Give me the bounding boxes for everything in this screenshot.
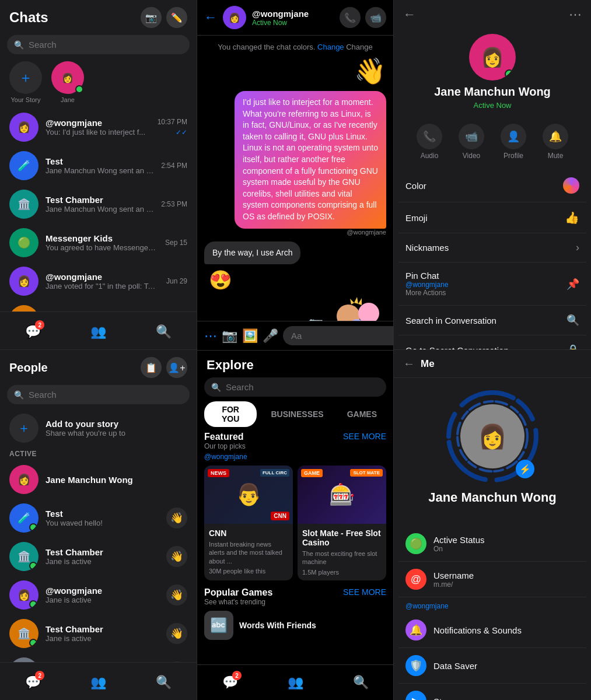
people-item[interactable]: 👩 Jane Manchun Wong <box>0 460 197 499</box>
nicknames-menu-item[interactable]: Nicknames › <box>398 233 586 262</box>
compose-button[interactable]: ✏️ <box>166 7 187 28</box>
username-setting[interactable]: @ Username m.me/ <box>398 562 586 597</box>
audio-call-action[interactable]: 📞 Audio <box>417 124 442 160</box>
explore-search-bar[interactable]: 🔍 <box>204 377 386 397</box>
jane-story-item[interactable]: 👩 Jane <box>51 61 84 103</box>
chat-info: Messenger Kids You agreed to have Messen… <box>46 233 158 252</box>
video-call-action[interactable]: 📹 Video <box>459 124 484 160</box>
chat-item[interactable]: 🧪 Test Jane Manchun Wong sent an actio..… <box>0 146 197 185</box>
mute-action[interactable]: 🔔 Mute <box>543 124 568 160</box>
explore-header: Explore <box>197 351 393 377</box>
chat-meta: 10:37 PM ✓✓ <box>158 118 187 136</box>
people-search-bar[interactable]: 🔍 <box>7 385 190 404</box>
slot-card[interactable]: GAME 🎰 SLOT MATE Slot Mate - Free Slot C… <box>298 466 386 580</box>
active-status-setting[interactable]: 🟢 Active Status On <box>398 526 586 562</box>
color-menu-item[interactable]: Color <box>398 169 586 202</box>
people-nav-button-2[interactable]: 👥 <box>85 670 111 695</box>
explore-search-input[interactable] <box>226 382 379 392</box>
slot-title-badge: SLOT MATE <box>350 469 383 477</box>
message-input[interactable] <box>283 326 394 345</box>
games-see-more[interactable]: SEE MORE <box>343 587 386 597</box>
tab-businesses[interactable]: BUSINESSES <box>261 401 333 427</box>
add-story-row[interactable]: ＋ Add to your story Share what you're up… <box>0 409 197 447</box>
camera-input-icon[interactable]: 📷 <box>222 328 237 344</box>
slot-card-image: GAME 🎰 SLOT MATE <box>298 466 386 524</box>
people-item[interactable]: 🧪 Test You waved hello! 👋 <box>0 499 197 537</box>
slot-icon: 🎰 <box>329 482 355 507</box>
me-back-button[interactable]: ← <box>403 357 415 370</box>
people-item[interactable]: 👩 @wongmjane Jane is active 👋 <box>0 576 197 614</box>
people-name: Test <box>46 509 159 519</box>
story-setting[interactable]: ▶ Story <box>398 684 586 700</box>
back-button[interactable]: ← <box>204 10 217 25</box>
chat-name: @wongmjane <box>46 272 159 282</box>
emoji-menu-item[interactable]: Emoji 👍 <box>398 202 586 233</box>
people-name: @wongmjane <box>46 586 159 596</box>
people-section: People 📋 👤+ 🔍 ＋ Add to your story Share … <box>0 350 197 700</box>
search-conversation-item[interactable]: Search in Conversation 🔍 <box>398 306 586 335</box>
discover-nav-button-2[interactable]: 🔍 <box>151 670 177 695</box>
your-story-item[interactable]: ＋ Your Story <box>9 61 42 103</box>
cnn-card-body: CNN Instant breaking news alerts and the… <box>204 524 293 579</box>
tab-games[interactable]: GAMES <box>338 401 386 427</box>
add-contact-button[interactable]: 👤+ <box>166 357 187 378</box>
chats-nav-button[interactable]: 💬 2 <box>20 319 46 345</box>
contact-back-button[interactable]: ← <box>403 7 416 22</box>
me-profile-card: 👩 ⚡ Jane Manchun Wong <box>394 378 591 526</box>
people-avatar-jane: 👩 <box>9 465 39 494</box>
add-story-button[interactable]: ＋ <box>9 61 42 94</box>
wave-button[interactable]: 👋 <box>166 584 187 606</box>
wave-button[interactable]: 👋 <box>166 623 187 644</box>
tab-for-you[interactable]: FOR YOU <box>204 401 257 427</box>
profile-action[interactable]: 👤 Profile <box>501 124 526 160</box>
pin-chat-left: Pin Chat @wongmjane More Actions <box>405 271 449 297</box>
mic-icon[interactable]: 🎤 <box>263 328 278 344</box>
discover-nav-button[interactable]: 🔍 <box>151 319 177 345</box>
camera-button[interactable]: 📷 <box>141 7 162 28</box>
secret-conversation-item[interactable]: Go to Secret Conversation 🔒 <box>398 335 586 350</box>
cnn-card[interactable]: NEWS 👨 CNN FULL CIRC CNN Instant breakin… <box>204 466 293 580</box>
discover-nav-explore[interactable]: 🔍 <box>348 670 373 695</box>
chats-search-input[interactable] <box>29 40 183 50</box>
contact-more-button[interactable]: ⋯ <box>569 7 582 22</box>
people-nav-button[interactable]: 👥 <box>85 319 111 345</box>
camera-icon[interactable]: 📷 <box>309 316 323 321</box>
change-link[interactable]: Change <box>317 43 344 51</box>
contacts-button[interactable]: 📋 <box>141 357 162 378</box>
apps-icon[interactable]: ⋯ <box>204 328 217 344</box>
chat-item[interactable]: 🟢 Messenger Kids You agreed to have Mess… <box>0 223 197 262</box>
search-icon: 🔍 <box>14 40 24 50</box>
chat-item[interactable]: 🏛️ Test Chamber Jane: 😄 May 20 <box>0 300 197 312</box>
featured-see-more[interactable]: SEE MORE <box>343 432 386 441</box>
people-search-input[interactable] <box>29 390 183 400</box>
chat-name: Messenger Kids <box>46 233 158 243</box>
notifications-setting[interactable]: 🔔 Notifications & Sounds <box>398 612 586 648</box>
me-section: ← Me 👩 ⚡ Jane Manchun Wong 🟢 <box>394 350 591 700</box>
me-avatar: 👩 <box>460 404 524 468</box>
wave-button[interactable]: 👋 <box>166 508 187 528</box>
secret-conversation-label: Go to Secret Conversation <box>405 345 509 351</box>
call-button[interactable]: 📞 <box>340 7 361 28</box>
people-item[interactable]: 🏛️ Test Chamber Jane is active 👋 <box>0 537 197 576</box>
chats-nav-button-2[interactable]: 💬 2 <box>20 670 46 695</box>
photo-icon[interactable]: 🖼️ <box>242 328 258 344</box>
chat-item[interactable]: 👩 @wongmjane Jane voted for "1" in the p… <box>0 262 197 300</box>
data-saver-setting[interactable]: 🛡️ Data Saver <box>398 648 586 684</box>
chats-nav-explore[interactable]: 💬 2 <box>217 670 243 695</box>
system-message: You changed the chat colors. Change Chan… <box>204 43 386 51</box>
me-title: Me <box>421 358 435 370</box>
chat-item[interactable]: 🏛️ Test Chamber Jane Manchun Wong sent a… <box>0 185 197 223</box>
explore-tabs: FOR YOU BUSINESSES GAMES <box>197 401 393 432</box>
people-item[interactable]: 🏛️ Test Chamber Jane is active 👋 <box>0 614 197 653</box>
people-item[interactable]: 👤 sdf Jane is active 👋 <box>0 653 197 662</box>
chat-item[interactable]: 👩 @wongmjane You: I'd just like to inter… <box>0 108 197 146</box>
people-nav-explore[interactable]: 👥 <box>282 670 308 695</box>
game-item-words[interactable]: 🔤 Words With Friends <box>204 606 386 645</box>
chats-search-bar[interactable]: 🔍 <box>7 35 190 54</box>
video-button[interactable]: 📹 <box>365 7 386 28</box>
change-label[interactable]: Change <box>346 43 373 51</box>
active-status-info: Active Status On <box>433 535 485 553</box>
wave-button[interactable]: 👋 <box>166 546 187 567</box>
pin-chat-menu-item[interactable]: Pin Chat @wongmjane More Actions 📌 <box>398 262 586 306</box>
data-saver-icon: 🛡️ <box>405 655 426 676</box>
